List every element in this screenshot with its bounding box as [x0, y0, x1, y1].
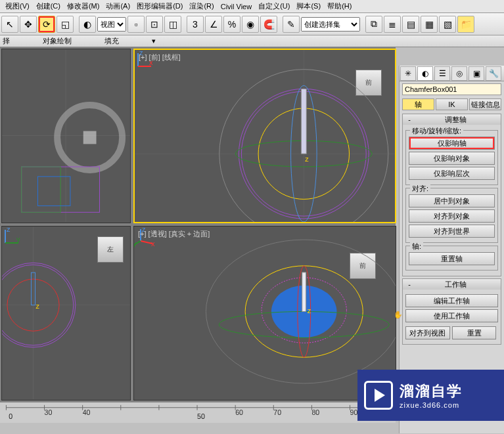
subtab-link-info[interactable]: 链接信息: [469, 98, 501, 110]
layer-btn[interactable]: ▤: [402, 16, 419, 33]
viewport-left[interactable]: 左 z z y: [1, 226, 131, 401]
tab-utilities-icon[interactable]: 🔧: [486, 66, 501, 81]
schematic-view-btn[interactable]: 📁: [457, 16, 474, 33]
affect-hierarchy-only-btn[interactable]: 仅影响层次: [409, 167, 495, 180]
rb-dropdown-icon[interactable]: ▾: [152, 37, 156, 45]
rb-select[interactable]: 择: [3, 36, 10, 46]
viewport-top[interactable]: [1, 49, 131, 223]
menu-create[interactable]: 创建(C): [36, 1, 60, 11]
subtab-ik[interactable]: IK: [436, 98, 468, 110]
axis-gizmo-left: z y: [2, 227, 130, 400]
rb-object-paint[interactable]: 对象绘制: [43, 36, 72, 46]
vp-front-label: [+] [前] [线框]: [139, 53, 181, 62]
magnet-btn[interactable]: 🧲: [260, 16, 277, 33]
rollout-adjust-pivot: - 调整轴 移动/旋转/缩放: 仅影响轴 仅影响对象 仅影响层次 对齐: 居中到…: [402, 114, 501, 276]
vp-persp-label: [+] [透视] [真实 + 边面]: [138, 229, 210, 239]
menu-view[interactable]: 视图(V): [5, 1, 30, 11]
curve-editor-btn[interactable]: ▧: [439, 16, 456, 33]
svg-text:0: 0: [9, 412, 12, 420]
menu-render[interactable]: 渲染(R): [189, 1, 214, 11]
angle-snap-btn[interactable]: ∠: [205, 16, 222, 33]
selection-set-select[interactable]: 创建选择集: [301, 17, 360, 32]
align-to-world-btn[interactable]: 对齐到世界: [409, 225, 495, 238]
spinner-snap-btn[interactable]: ◉: [242, 16, 259, 33]
tab-display-icon[interactable]: ▣: [469, 66, 484, 81]
logo-title: 溜溜自学: [400, 381, 463, 401]
use-pivot-btn[interactable]: ▫: [127, 16, 145, 33]
rollout-adjust-pivot-header[interactable]: - 调整轴: [403, 114, 501, 125]
group-move-rotate-scale: 移动/旋转/缩放:: [410, 126, 463, 136]
view-select[interactable]: 视图: [97, 17, 126, 32]
selection-filter-btn[interactable]: ◫: [164, 16, 181, 33]
tab-modify-icon[interactable]: ◐: [417, 66, 433, 81]
hierarchy-subtabs: 轴 IK 链接信息: [400, 97, 504, 112]
watermark-logo: 溜溜自学 zixue.3d66.com: [357, 370, 504, 421]
select-object-btn[interactable]: ↖: [1, 16, 18, 33]
menu-graph-editors[interactable]: 图形编辑器(D): [137, 1, 183, 11]
tab-motion-icon[interactable]: ◎: [451, 66, 467, 81]
menu-script[interactable]: 脚本(S): [296, 1, 321, 11]
command-panel-tabs: ✳ ◐ ☰ ◎ ▣ 🔧: [400, 66, 504, 81]
menu-customize[interactable]: 自定义(U): [258, 1, 290, 11]
logo-url: zixue.3d66.com: [400, 401, 463, 409]
viewport-front[interactable]: [+] [前] [线框] 前 z z x: [133, 49, 396, 223]
move-btn[interactable]: ✥: [20, 16, 37, 33]
svg-rect-3: [83, 131, 97, 144]
affect-pivot-only-btn[interactable]: 仅影响轴: [409, 137, 495, 150]
svg-text:z: z: [7, 227, 11, 233]
affect-object-only-btn[interactable]: 仅影响对象: [409, 152, 495, 165]
ribbon-bar: 择 对象绘制 填充 ▾: [0, 35, 504, 47]
tab-create-icon[interactable]: ✳: [400, 66, 416, 81]
toggle-ribbon-btn[interactable]: ▦: [421, 16, 438, 33]
group-align: 对齐:: [410, 184, 430, 194]
rollout-working-pivot: - 工作轴 编辑工作轴 ✋ 使用工作轴 对齐到视图 重置: [402, 278, 501, 345]
svg-text:50: 50: [197, 412, 205, 420]
hand-cursor-icon: ✋: [394, 311, 403, 319]
menu-help[interactable]: 帮助(H): [327, 1, 352, 11]
subtab-pivot[interactable]: 轴: [402, 98, 434, 110]
ref-coord-btn[interactable]: ◐: [79, 16, 96, 33]
axis-gizmo-front: z x: [135, 50, 395, 222]
svg-text:60: 60: [235, 408, 243, 416]
viewport-perspective[interactable]: [+] [透视] [真实 + 边面] 前 z z x y: [133, 226, 396, 401]
reset-btn[interactable]: 重置: [452, 326, 497, 339]
menu-animation[interactable]: 动画(A): [106, 1, 130, 11]
snap-3d-btn[interactable]: 3: [187, 16, 204, 33]
svg-text:y: y: [16, 235, 20, 243]
tab-hierarchy-icon[interactable]: ☰: [434, 66, 450, 81]
align-btn[interactable]: ≣: [384, 16, 401, 33]
svg-text:70: 70: [273, 408, 281, 416]
svg-text:40: 40: [83, 408, 91, 416]
svg-text:90: 90: [350, 408, 358, 416]
scale-btn[interactable]: ◱: [57, 16, 74, 33]
svg-text:80: 80: [311, 408, 319, 416]
rotate-btn[interactable]: ⟳: [38, 16, 55, 33]
group-axis: 轴:: [410, 242, 423, 251]
viewport-grid: [+] [前] [线框] 前 z z x 左 z z: [0, 47, 396, 402]
menu-modifiers[interactable]: 修改器(M): [67, 1, 100, 11]
center-to-object-btn[interactable]: 居中到对象: [409, 194, 495, 207]
timeline-ruler[interactable]: 0 50 100 3040 6070 8090: [0, 402, 396, 423]
axis-gizmo-persp: z x y: [134, 227, 396, 400]
svg-text:30: 30: [45, 408, 53, 416]
play-icon: [364, 381, 393, 410]
svg-rect-6: [37, 177, 70, 206]
snap-toggle-btn[interactable]: ⊡: [146, 16, 163, 33]
edit-working-pivot-btn[interactable]: 编辑工作轴: [405, 294, 498, 307]
svg-text:x: x: [151, 240, 155, 248]
rollout-working-pivot-header[interactable]: - 工作轴: [403, 279, 501, 290]
menu-bar: 视图(V) 创建(C) 修改器(M) 动画(A) 图形编辑器(D) 渲染(R) …: [0, 0, 504, 13]
rb-fill[interactable]: 填充: [104, 36, 119, 46]
object-name-input[interactable]: [402, 83, 501, 95]
percent-snap-btn[interactable]: %: [223, 16, 241, 33]
main-toolbar: ↖ ✥ ⟳ ◱ ◐ 视图 ▫ ⊡ ◫ 3 ∠ % ◉ 🧲 ✎ 创建选择集 ⧉ ≣…: [0, 13, 504, 35]
menu-civil-view[interactable]: Civil View: [221, 3, 252, 11]
reset-pivot-btn[interactable]: 重置轴: [409, 252, 495, 265]
svg-text:y: y: [134, 240, 137, 248]
use-working-pivot-btn[interactable]: 使用工作轴: [405, 309, 498, 322]
align-to-view-btn[interactable]: 对齐到视图: [405, 326, 450, 339]
align-to-object-btn[interactable]: 对齐到对象: [409, 209, 495, 223]
edit-named-sel-btn[interactable]: ✎: [283, 16, 300, 33]
mirror-btn[interactable]: ⧉: [365, 16, 382, 33]
